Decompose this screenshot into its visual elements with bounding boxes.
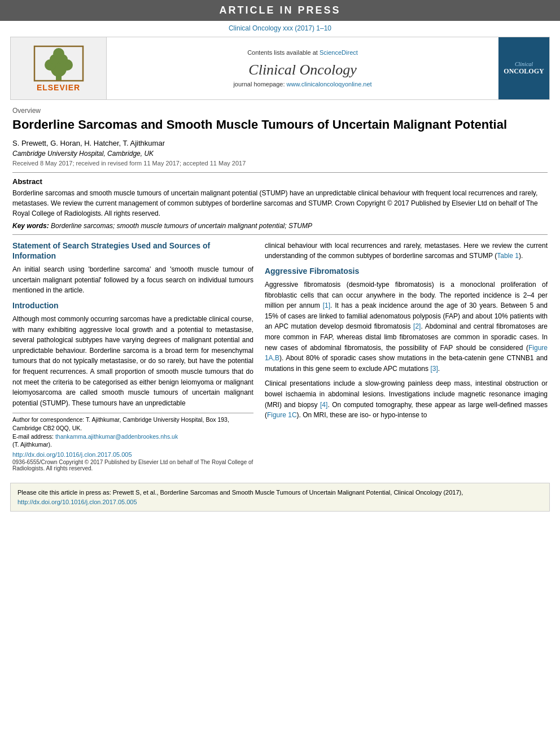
- clinical-label: Clinical: [504, 61, 544, 67]
- ref2: [2]: [413, 322, 421, 330]
- contents-line: Contents lists available at ScienceDirec…: [247, 49, 358, 56]
- right-column: clinical behaviour with local recurrence…: [265, 241, 548, 471]
- clinical-oncology-logo: Clinical ONCOLOGY: [498, 37, 549, 99]
- figure1ab-ref: Figure 1A,B: [265, 344, 548, 362]
- article-title: Borderline Sarcomas and Smooth Muscle Tu…: [12, 117, 548, 133]
- elsevier-logo-box: ELSEVIER: [11, 37, 107, 99]
- aggressive-fibromatosis-heading: Aggressive Fibromatosis: [265, 266, 548, 276]
- copyright-line: 0936-6555/Crown Copyright © 2017 Publish…: [12, 459, 253, 471]
- svg-point-6: [53, 48, 64, 59]
- article-content: Overview Borderline Sarcomas and Smooth …: [0, 100, 560, 477]
- oncology-label: ONCOLOGY: [504, 67, 544, 76]
- citation-text: Please cite this article in press as: Pr…: [18, 488, 542, 506]
- ref3: [3]: [430, 365, 438, 373]
- authors: S. Prewett, G. Horan, H. Hatcher, T. Aji…: [12, 139, 548, 147]
- abstract-text: Borderline sarcomas and smooth muscle tu…: [12, 188, 548, 219]
- introduction-text: Although most commonly occurring sarcoma…: [12, 314, 253, 408]
- search-strategies-heading: Statement of Search Strategies Used and …: [12, 241, 253, 261]
- journal-title: Clinical Oncology: [248, 62, 356, 78]
- received-line: Received 8 May 2017; received in revised…: [12, 160, 548, 167]
- footnote-author: Author for correspondence: T. Ajithkumar…: [12, 416, 253, 432]
- keywords-text: Borderline sarcomas; smooth muscle tumou…: [51, 222, 312, 230]
- table1-ref: Table 1: [497, 252, 519, 260]
- left-column: Statement of Search Strategies Used and …: [12, 241, 253, 471]
- ref4: [4]: [320, 401, 327, 409]
- homepage-line: journal homepage: www.clinicaloncoloqyon…: [233, 81, 371, 88]
- introduction-heading: Introduction: [12, 300, 253, 311]
- email-label: E-mail address:: [12, 433, 54, 440]
- citation-box: Please cite this article in press as: Pr…: [10, 483, 550, 512]
- aggressive-fibromatosis-text2: Clinical presentations include a slow-gr…: [265, 378, 548, 420]
- abstract-section: Abstract Borderline sarcomas and smooth …: [12, 177, 548, 230]
- elsevier-label: ELSEVIER: [37, 83, 80, 92]
- affiliation: Cambridge University Hospital, Cambridge…: [12, 150, 548, 158]
- divider-top: [12, 172, 548, 173]
- keywords-label: Key words:: [12, 222, 49, 230]
- intro-continuation-text: clinical behaviour with local recurrence…: [265, 241, 548, 261]
- aggressive-fibromatosis-text1: Aggressive fibromatosis (desmoid-type fi…: [265, 279, 548, 374]
- elsevier-tree-icon: [33, 45, 84, 82]
- right-logo-inner: Clinical ONCOLOGY: [499, 56, 548, 80]
- two-column-body: Statement of Search Strategies Used and …: [12, 241, 548, 471]
- journal-ref-line: Clinical Oncology xxx (2017) 1–10: [11, 24, 549, 32]
- citation-doi-link[interactable]: http://dx.doi.org/10.1016/j.clon.2017.05…: [18, 499, 137, 505]
- doi-link[interactable]: http://dx.doi.org/10.1016/j.clon.2017.05…: [12, 451, 253, 458]
- ref1: [1]: [323, 302, 330, 309]
- article-in-press-banner: ARTICLE IN PRESS: [0, 0, 560, 21]
- search-strategies-text: An initial search using 'borderline sarc…: [12, 264, 253, 296]
- footnote-email-line: E-mail address: thankamma.ajithkumar@add…: [12, 433, 253, 441]
- email-link[interactable]: thankamma.ajithkumar@addenbrookes.nhs.uk: [55, 433, 178, 440]
- journal-title-area: Contents lists available at ScienceDirec…: [107, 37, 498, 99]
- figure1c-ref: Figure 1C: [267, 411, 297, 419]
- footnote-email-suffix: (T. Ajithkumar).: [12, 440, 253, 449]
- journal-header: Clinical Oncology xxx (2017) 1–10: [0, 21, 560, 37]
- abstract-title: Abstract: [12, 177, 548, 186]
- banner-text: ARTICLE IN PRESS: [219, 5, 340, 16]
- footnote-area: Author for correspondence: T. Ajithkumar…: [12, 413, 253, 449]
- journal-header-box: ELSEVIER Contents lists available at Sci…: [10, 37, 550, 100]
- section-label: Overview: [12, 107, 548, 115]
- divider-bottom: [12, 234, 548, 235]
- homepage-url[interactable]: www.clinicaloncoloqyonline.net: [287, 81, 372, 88]
- keywords-line: Key words: Borderline sarcomas; smooth m…: [12, 222, 548, 230]
- sciencedirect-link[interactable]: ScienceDirect: [320, 49, 358, 56]
